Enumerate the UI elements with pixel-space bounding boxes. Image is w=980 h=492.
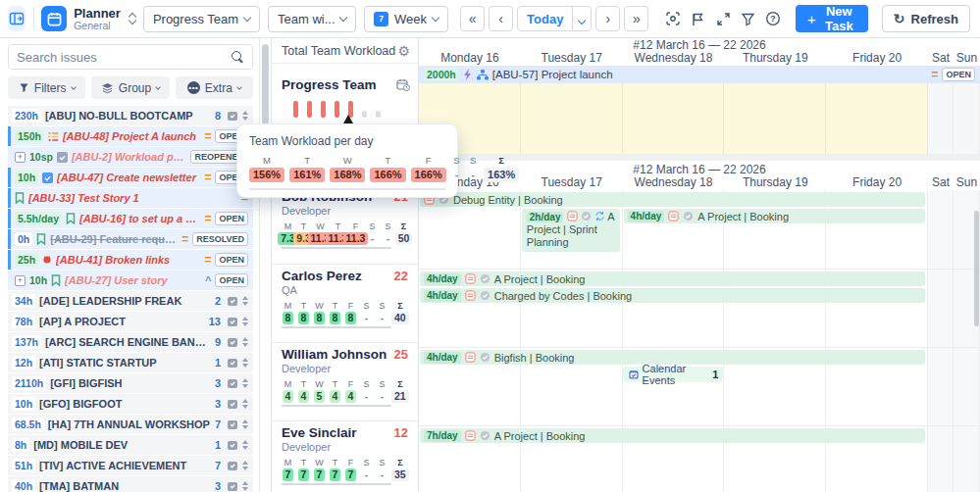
booking-bar[interactable]: 4h/day Charged by Codes | Booking (420, 288, 925, 303)
day-label: Sat (928, 51, 954, 66)
issue-row[interactable]: 5.5h/day [ABU-16] to set up a demo proje… (8, 209, 253, 228)
today-dropdown-button[interactable] (573, 10, 591, 27)
period-select[interactable]: 7 Week (364, 6, 448, 32)
hours-badge: 137h (12, 335, 41, 349)
project-row[interactable]: 78h [AP] A PROJECT 13 (8, 312, 253, 331)
member-card-william[interactable]: William Johnson 25 Developer M4 T4 W5 T4… (272, 343, 418, 421)
issue-row[interactable]: 25h [ABU-41] Broken links = OPEN (8, 250, 253, 270)
expand-icon (716, 12, 731, 26)
calendar-check-icon[interactable] (227, 316, 238, 327)
new-task-button[interactable]: + New Task (796, 5, 868, 32)
timeline-cell[interactable] (724, 83, 826, 154)
calendar-check-icon[interactable] (227, 418, 238, 430)
nav-first-button[interactable]: « (460, 6, 485, 31)
scope-scan-button[interactable] (664, 6, 682, 31)
project-name: [GFI] BIGFISH (50, 377, 211, 389)
project-row[interactable]: 51h [TIV] ACTIVE ACHIEVEMENT 7 (8, 456, 253, 475)
timeline-cell[interactable] (954, 83, 980, 154)
flag-button[interactable] (690, 6, 707, 31)
booking-bar[interactable]: 4h/day A Project | Booking (420, 271, 925, 286)
sort-arrows[interactable] (242, 378, 248, 388)
calendar-check-icon[interactable] (227, 357, 238, 369)
calendar-clock-icon[interactable] (396, 78, 410, 91)
project-row[interactable]: 8h [MD] MOBILE DEV 1 (8, 435, 253, 455)
group-button[interactable]: Group (91, 76, 169, 99)
day-label: Monday 16 (419, 51, 521, 66)
booking-block[interactable]: 2h/day A Project | Sprint Planning (522, 209, 620, 252)
issue-summary: [ABU-48] Project A launch (63, 130, 201, 142)
timeline-cell[interactable] (826, 83, 928, 154)
refresh-button[interactable]: ↻ Refresh (882, 5, 970, 32)
scrollbar-thumb[interactable] (262, 44, 269, 124)
calendar-check-icon[interactable] (227, 480, 238, 492)
timeline-scrollbar-thumb[interactable] (974, 211, 979, 326)
extra-button[interactable]: ••• Extra (176, 76, 253, 99)
sort-arrows[interactable] (242, 358, 248, 368)
issue-row[interactable]: 0h [ABU-29] Feature request = RESOLVED (8, 229, 253, 249)
member-card-eve[interactable]: Eve Sinclair 12 Developer M7 T7 W7 T7 F7… (272, 421, 418, 492)
issue-row[interactable]: 10h [ABU-47] Create newsletter = OPEN (8, 168, 253, 187)
issue-count: 9 (215, 336, 221, 348)
timeline-cell[interactable] (623, 83, 725, 154)
project-row[interactable]: 40h [TMA] BATMAN 3 (8, 476, 253, 492)
project-row[interactable]: 12h [ATI] STATIC STARTUP 1 (8, 353, 253, 372)
issue-row[interactable]: + 10sp [ABU-2] Workload planning REOPENE… (8, 147, 253, 167)
sort-arrows[interactable] (242, 296, 248, 306)
view-select[interactable]: Team wi... (268, 6, 356, 32)
epic-bar[interactable]: 2000h [ABU-57] Project launch = OPEN (419, 66, 980, 83)
nav-prev-button[interactable]: ‹ (489, 6, 513, 31)
project-row[interactable]: 34h [ADE] LEADERSHIP FREAK 2 (8, 291, 253, 311)
sidebar-toggle-button[interactable] (8, 6, 26, 31)
expand-button[interactable]: + (15, 152, 26, 163)
project-row[interactable]: 230h [ABU] NO-BULL BOOTCAMP 8 (8, 106, 253, 125)
project-name: [TIV] ACTIVE ACHIEVEMENT (39, 460, 211, 471)
sort-arrows[interactable] (242, 481, 248, 491)
group-label: Group (119, 81, 151, 95)
search-input[interactable] (17, 50, 226, 65)
member-card-bob[interactable]: Bob Robinson 21 Developer M7.3 T9.3 W11.… (272, 185, 418, 265)
team-select[interactable]: Progress Team (143, 6, 260, 32)
calendar-check-icon[interactable] (227, 295, 238, 307)
sort-arrows[interactable] (242, 337, 248, 347)
expand-button[interactable]: + (15, 275, 26, 286)
calendar-check-icon[interactable] (227, 460, 238, 471)
help-button[interactable]: ? (765, 6, 783, 31)
sort-arrows[interactable] (242, 461, 248, 470)
timeline-cell[interactable] (521, 83, 623, 154)
project-row[interactable]: 10h [GFO] BIGFOOT 3 (8, 394, 253, 414)
planner-menu[interactable]: Planner General (41, 6, 135, 31)
sort-arrows[interactable] (242, 419, 248, 429)
member-card-carlos[interactable]: Carlos Perez 22 QA M8 T8 W8 T8 F8 S- S- … (272, 265, 418, 343)
calendar-check-icon[interactable] (227, 398, 238, 410)
sort-arrows[interactable] (242, 111, 248, 121)
today-button[interactable]: Today (518, 12, 572, 26)
calendar-check-icon[interactable] (227, 377, 238, 389)
calendar-check-icon[interactable] (227, 110, 238, 122)
sort-arrows[interactable] (242, 440, 248, 450)
timeline-cell[interactable] (928, 83, 954, 154)
booking-bar[interactable]: Debug Entity | Booking (420, 192, 925, 207)
project-row[interactable]: 137h [ARC] SEARCH ENGINE BANDITS 9 (8, 332, 253, 352)
filters-button[interactable]: Filters (8, 76, 85, 99)
booking-bar[interactable]: 4h/day A Project | Booking (624, 209, 925, 223)
hours-per-day-badge: 7h/day (424, 430, 461, 442)
project-row[interactable]: 2110h [GFI] BIGFISH 3 (8, 373, 253, 393)
nav-last-button[interactable]: » (624, 6, 648, 31)
issue-summary: [ABU-2] Workload planning (72, 151, 187, 163)
issue-summary: [ABU-16] to set up a demo project (79, 213, 200, 224)
fullscreen-button[interactable] (714, 6, 732, 31)
calendar-check-icon[interactable] (227, 336, 238, 348)
issue-row[interactable]: [ABU-33] Test Story 1 = (8, 188, 253, 208)
filter-button[interactable] (740, 6, 757, 31)
sort-arrows[interactable] (242, 317, 248, 326)
divider (282, 326, 391, 328)
nav-next-button[interactable]: › (595, 6, 620, 31)
calendar-check-icon[interactable] (227, 439, 238, 451)
calendar-events-chip[interactable]: Calendar Events 1 (623, 367, 725, 382)
sort-arrows[interactable] (242, 399, 248, 409)
issue-row[interactable]: + 10h [ABU-27] User story ^ OPEN (8, 271, 253, 290)
booking-bar[interactable]: 7h/day A Project | Booking (420, 428, 925, 443)
project-row[interactable]: 68.5h [HA] 7TH ANNUAL WORKSHOP 7 (8, 415, 253, 434)
gear-icon[interactable]: ⚙ (397, 43, 410, 59)
issue-row[interactable]: 150h [ABU-48] Project A launch = OPEN (8, 126, 253, 146)
